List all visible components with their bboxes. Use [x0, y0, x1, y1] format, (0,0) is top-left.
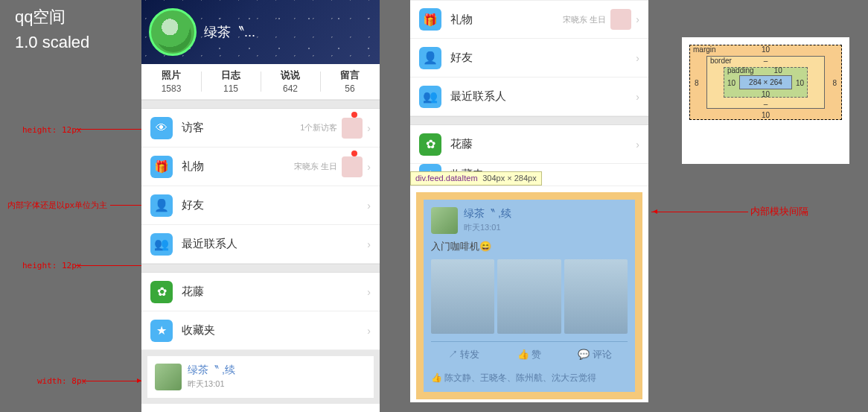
chevron-right-icon: ›	[367, 122, 371, 134]
chevron-right-icon: ›	[636, 91, 639, 103]
chevron-right-icon: ›	[367, 286, 371, 298]
chevron-right-icon: ›	[636, 13, 639, 25]
row-recent[interactable]: 👥 最近联系人 ›	[410, 77, 648, 116]
stat-value: 642	[261, 83, 320, 94]
row-label: 好友	[182, 198, 367, 212]
feed-timestamp: 昨天13:01	[188, 378, 235, 390]
feed-item[interactable]: 绿茶〝 ,续 昨天13:01	[147, 356, 374, 398]
bm-padding-label: padding	[727, 66, 754, 75]
bm-margin-bottom: 10	[762, 111, 770, 119]
chevron-right-icon: ›	[367, 200, 371, 212]
row-label: 收藏夹	[182, 323, 367, 337]
recent-icon: 👥	[150, 233, 173, 256]
row-friends[interactable]: 👤 好友 ›	[410, 39, 648, 77]
anno-width-8: width: 8px	[37, 376, 86, 386]
anno-height-12b: height: 12px	[22, 261, 81, 270]
forward-button[interactable]: ↗ 转发	[431, 342, 497, 367]
page-title-block: qq空间 1.0 scaled	[15, 6, 89, 57]
feed-header: 绿茶〝 ,续 昨天13:01	[155, 364, 366, 390]
stat-logs[interactable]: 日志115	[201, 64, 261, 99]
forward-icon: ↗	[448, 349, 458, 360]
bm-margin-top: 10	[762, 45, 770, 54]
like-icon: 👍	[517, 349, 529, 360]
likes-text: 陈文静、王晓冬、陈州航、沈大云觉得	[444, 373, 596, 383]
feed-header: 绿茶〝 ,续 昨天13:01	[431, 207, 628, 234]
bm-padding-left: 10	[727, 78, 735, 86]
row-label: 礼物	[182, 159, 294, 174]
like-button[interactable]: 👍 赞	[497, 342, 562, 367]
avatar[interactable]	[149, 8, 197, 56]
chevron-right-icon: ›	[367, 161, 371, 173]
row-label: 最近联系人	[182, 237, 367, 251]
stat-msgs[interactable]: 留言56	[320, 64, 380, 99]
gift-icon: 🎁	[150, 156, 173, 178]
row-label: 花藤	[450, 137, 636, 151]
feed-image[interactable]	[431, 259, 494, 334]
stat-photos[interactable]: 照片1583	[141, 64, 201, 99]
recent-icon: 👥	[419, 86, 441, 108]
bm-margin: margin 10 8 10 8 border – – padding 10 1…	[689, 45, 842, 120]
gift-thumb	[342, 156, 363, 177]
stat-shuoshuo[interactable]: 说说642	[261, 64, 320, 99]
bm-border-top: –	[764, 57, 768, 65]
action-label: 转发	[460, 349, 479, 360]
row-visitors[interactable]: 👁 访客 1个新访客 ›	[141, 109, 380, 148]
gift-icon: 🎁	[419, 8, 441, 31]
chevron-right-icon: ›	[636, 139, 639, 150]
row-huateng[interactable]: ✿ 花藤 ›	[141, 273, 380, 311]
row-favorites[interactable]: ★ 收藏夹 ›	[141, 311, 380, 350]
title-line1: qq空间	[15, 6, 89, 28]
box-model-diagram: margin 10 8 10 8 border – – padding 10 1…	[682, 37, 849, 164]
comment-button[interactable]: 💬 评论	[562, 342, 628, 367]
visitor-thumb	[342, 118, 363, 139]
bm-margin-right: 8	[832, 78, 837, 86]
stat-value: 115	[201, 83, 261, 94]
arrow-to-width8	[82, 381, 143, 381]
devtools-tooltip: div.feed.dataItem 304px × 284px	[410, 171, 542, 186]
arrow-to-boxmodel	[651, 212, 748, 212]
gift-thumb	[610, 9, 631, 30]
arrow-to-gap1	[76, 129, 149, 130]
flower-icon: ✿	[150, 281, 173, 303]
friend-icon: 👤	[419, 47, 441, 69]
feed-avatar[interactable]	[431, 207, 458, 234]
row-recent[interactable]: 👥 最近联系人 ›	[141, 225, 380, 264]
bm-border: border – – padding 10 10 10 10 284 × 264	[706, 56, 825, 109]
row-gifts[interactable]: 🎁 礼物 宋晓东 生日 ›	[141, 148, 380, 186]
eye-icon: 👁	[150, 117, 173, 139]
row-huateng[interactable]: ✿ 花藤 ›	[410, 125, 648, 164]
bm-padding-top: 10	[774, 66, 782, 75]
row-meta: 宋晓东 生日	[563, 14, 606, 25]
row-gifts[interactable]: 🎁 礼物 宋晓东 生日 ›	[410, 0, 648, 39]
stat-value: 1583	[141, 83, 201, 94]
section-gap	[410, 116, 648, 125]
row-meta: 宋晓东 生日	[294, 161, 337, 172]
bm-border-bottom: –	[764, 100, 768, 108]
feed-images	[431, 259, 628, 334]
row-friends[interactable]: 👤 好友 ›	[141, 186, 380, 225]
highlighted-feed-item: 绿茶〝 ,续 昨天13:01 入门咖啡机😄 ↗ 转发 👍 赞 💬 评论 👍 陈文…	[416, 192, 642, 399]
bm-padding-right: 10	[796, 78, 804, 86]
phone-panel-1: 绿茶〝... 照片1583 日志115 说说642 留言56 👁 访客 1个新访…	[141, 0, 380, 412]
friend-icon: 👤	[150, 194, 173, 217]
bm-margin-label: margin	[693, 45, 716, 54]
feed-image[interactable]	[497, 259, 561, 334]
chevron-right-icon: ›	[367, 325, 371, 337]
section-gap	[141, 264, 380, 273]
stat-label: 留言	[320, 69, 380, 82]
feed-avatar[interactable]	[155, 364, 182, 390]
anno-inner-module: 内部模块间隔	[750, 205, 808, 218]
arrow-to-gap2	[76, 265, 149, 266]
feed-image[interactable]	[564, 259, 628, 334]
row-label: 最近联系人	[450, 89, 636, 104]
chevron-right-icon: ›	[636, 52, 639, 64]
tooltip-dims: 304px × 284px	[482, 174, 536, 183]
thumb-icon: 👍	[431, 373, 442, 383]
stat-label: 日志	[201, 69, 261, 82]
action-label: 赞	[532, 349, 541, 360]
row-meta: 1个新访客	[300, 122, 337, 133]
star-icon: ★	[150, 320, 173, 342]
bm-border-label: border	[710, 57, 732, 65]
stat-label: 照片	[141, 69, 201, 82]
flower-icon: ✿	[419, 133, 441, 156]
